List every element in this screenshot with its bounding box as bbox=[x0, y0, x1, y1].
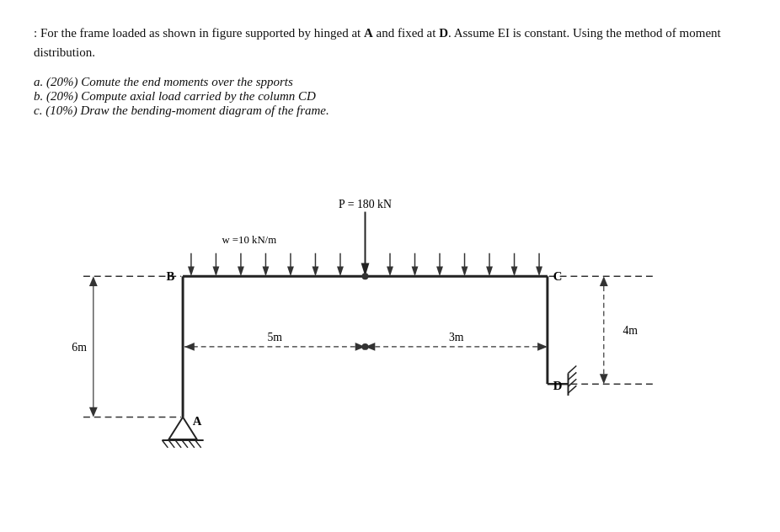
svg-marker-10 bbox=[188, 266, 195, 276]
svg-marker-48 bbox=[89, 276, 98, 286]
svg-line-62 bbox=[569, 379, 577, 386]
load-w-label: w =10 kN/m bbox=[222, 233, 276, 245]
load-p-label: P = 180 kN bbox=[339, 197, 392, 210]
svg-marker-43 bbox=[537, 342, 548, 350]
label-c: C bbox=[553, 269, 563, 283]
dim-5m-label: 5m bbox=[267, 331, 282, 343]
svg-marker-22 bbox=[337, 266, 344, 276]
svg-line-53 bbox=[168, 440, 174, 448]
svg-line-56 bbox=[189, 440, 195, 448]
part-b: b. (20%) Compute axial load carried by t… bbox=[34, 89, 746, 104]
label-a: A bbox=[193, 414, 202, 428]
svg-marker-16 bbox=[263, 266, 270, 276]
structural-diagram: P = 180 kN w =10 kN/m bbox=[34, 126, 746, 455]
problem-parts: a. (20%) Comute the end moments over the… bbox=[34, 75, 746, 118]
problem-text: : For the frame loaded as shown in figur… bbox=[34, 24, 746, 63]
svg-marker-38 bbox=[184, 342, 195, 350]
page: : For the frame loaded as shown in figur… bbox=[0, 0, 780, 532]
svg-marker-18 bbox=[287, 266, 294, 276]
label-d-text: D bbox=[439, 26, 448, 40]
part-a: a. (20%) Comute the end moments over the… bbox=[34, 75, 746, 89]
dim-3m-label: 3m bbox=[449, 331, 464, 343]
svg-marker-12 bbox=[212, 266, 219, 276]
problem-intro: : For the frame loaded as shown in figur… bbox=[34, 24, 746, 63]
svg-line-55 bbox=[182, 440, 188, 448]
svg-marker-14 bbox=[238, 266, 244, 276]
svg-marker-32 bbox=[486, 266, 493, 276]
svg-marker-46 bbox=[600, 374, 608, 384]
svg-line-60 bbox=[569, 365, 577, 373]
svg-marker-24 bbox=[387, 266, 393, 276]
dim-6m-label: 6m bbox=[72, 340, 87, 353]
svg-marker-30 bbox=[462, 266, 468, 276]
diagram-area: P = 180 kN w =10 kN/m bbox=[34, 126, 746, 455]
svg-marker-20 bbox=[313, 266, 319, 276]
dim-4m-label: 4m bbox=[622, 324, 638, 337]
svg-point-64 bbox=[362, 273, 369, 279]
svg-marker-34 bbox=[511, 266, 518, 276]
svg-line-63 bbox=[569, 386, 577, 393]
svg-line-52 bbox=[162, 440, 168, 448]
svg-line-61 bbox=[569, 372, 577, 380]
svg-marker-36 bbox=[536, 266, 542, 276]
part-c: c. (10%) Draw the bending-moment diagram… bbox=[34, 104, 746, 118]
svg-line-54 bbox=[175, 440, 181, 448]
svg-marker-26 bbox=[412, 266, 419, 276]
svg-line-57 bbox=[195, 440, 201, 448]
svg-marker-28 bbox=[436, 266, 443, 276]
label-a-text: A bbox=[364, 26, 373, 40]
label-d: D bbox=[553, 379, 563, 392]
svg-marker-49 bbox=[89, 407, 98, 417]
svg-marker-45 bbox=[600, 276, 608, 286]
label-b: B bbox=[166, 269, 174, 283]
